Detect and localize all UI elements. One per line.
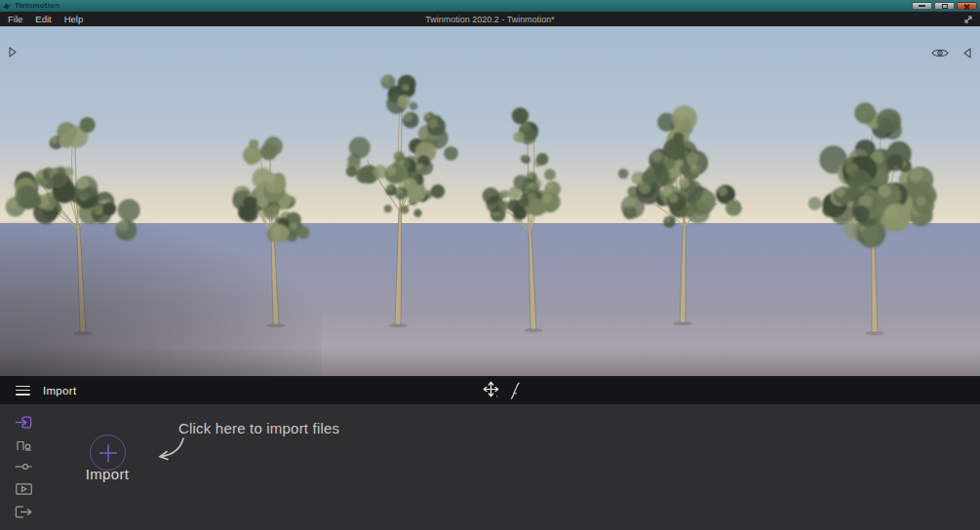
import-hint-text: Click here to import files (178, 420, 339, 436)
dock-item-settings[interactable] (13, 460, 34, 473)
collapse-left-icon[interactable] (963, 48, 971, 58)
hamburger-menu-icon[interactable] (16, 386, 30, 396)
menu-file[interactable]: File (8, 12, 22, 26)
context-icon (16, 438, 32, 451)
import-panel: Import Click here to import files (0, 404, 980, 530)
dock-item-import[interactable] (13, 415, 34, 429)
menu-bar: File Edit Help Twinmotion 2020.2 - Twinm… (0, 12, 980, 26)
viewport (0, 26, 980, 376)
pen-tool-icon[interactable] (509, 382, 521, 399)
curved-arrow-icon (153, 435, 186, 463)
maximize-button[interactable] (934, 2, 955, 10)
eye-icon[interactable] (931, 48, 949, 58)
dock (0, 404, 47, 530)
diagonal-resize-icon[interactable] (963, 15, 973, 24)
maximize-icon (942, 4, 948, 9)
minimize-icon (919, 5, 925, 7)
footer-toolbar: Import (0, 376, 980, 404)
move-tool-icon[interactable] (483, 381, 502, 400)
panel-title: Import (43, 385, 76, 397)
close-button[interactable] (957, 2, 977, 10)
document-title: Twinmotion 2020.2 - Twinmotion* (425, 15, 554, 24)
export-icon (15, 506, 32, 518)
twinmotion-window: Twinmotion File Edit Help Twinmotion 202… (0, 0, 980, 530)
dock-item-context[interactable] (13, 437, 34, 451)
import-button-label: Import (53, 466, 162, 482)
play-icon[interactable] (9, 47, 17, 57)
slider-icon (15, 463, 32, 471)
import-icon (15, 416, 32, 429)
os-title-bar[interactable]: Twinmotion (0, 0, 980, 12)
move-tool-caret (496, 396, 498, 397)
menu-edit[interactable]: Edit (35, 12, 51, 26)
dock-item-media[interactable] (13, 482, 34, 496)
media-icon (16, 483, 32, 495)
viewport-canvas[interactable] (0, 26, 980, 376)
menu-help[interactable]: Help (64, 12, 84, 26)
close-icon (963, 3, 970, 10)
plus-icon (98, 442, 119, 464)
minimize-button[interactable] (912, 2, 932, 10)
dock-item-export[interactable] (13, 505, 34, 518)
twinmotion-logo (3, 2, 12, 11)
window-title: Twinmotion (15, 0, 59, 12)
